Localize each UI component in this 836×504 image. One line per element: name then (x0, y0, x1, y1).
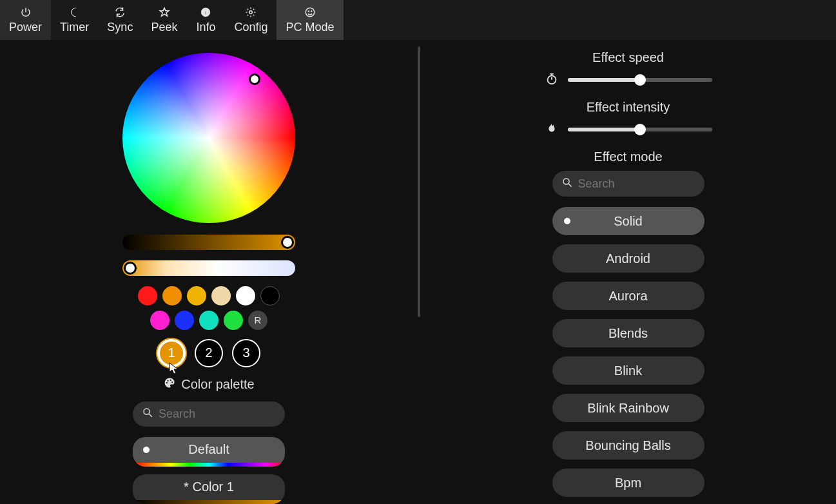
mode-search[interactable] (552, 171, 705, 197)
swatch-b-2[interactable] (199, 311, 219, 330)
left-panel: R 123 Color palette Default* Color 1 (0, 40, 418, 504)
mode-aurora[interactable]: Aurora (552, 282, 705, 310)
effect-mode-label: Effect mode (594, 150, 662, 164)
gear-icon (245, 6, 257, 18)
mode-blends[interactable]: Blends (552, 319, 705, 347)
star-icon (159, 6, 170, 18)
palette-search[interactable] (133, 402, 285, 427)
pcmode-label: PC Mode (286, 21, 334, 34)
mode-label: Blink Rainbow (587, 401, 669, 416)
mode-label: Blink (614, 363, 642, 378)
effect-intensity-label: Effect intensity (587, 100, 670, 115)
swatch-b-0[interactable] (150, 311, 170, 330)
power-label: Power (9, 21, 42, 34)
color-slot-3[interactable]: 3 (232, 339, 260, 367)
svg-point-4 (306, 8, 315, 17)
svg-point-9 (170, 379, 171, 380)
mode-label: Solid (614, 214, 642, 229)
swatch-2[interactable] (187, 286, 206, 305)
temperature-slider[interactable] (122, 260, 295, 276)
svg-point-10 (171, 382, 173, 383)
swatch-1[interactable] (162, 286, 182, 305)
stopwatch-icon (545, 72, 559, 88)
config-button[interactable]: Config (225, 0, 277, 40)
power-button[interactable]: Power (0, 0, 51, 40)
swatch-b-3[interactable] (224, 311, 243, 330)
palette-search-input[interactable] (159, 407, 276, 421)
peek-label: Peek (151, 21, 177, 34)
palette-header: Color palette (163, 376, 254, 393)
mode-blink-rainbow[interactable]: Blink Rainbow (552, 394, 705, 422)
color-slot-2[interactable]: 2 (195, 339, 223, 367)
info-button[interactable]: Info (186, 0, 225, 40)
palette-label: * Color 1 (184, 480, 234, 494)
info-icon (200, 6, 211, 18)
sync-button[interactable]: Sync (98, 0, 142, 40)
palette-list: Default* Color 1 (133, 437, 285, 504)
moon-icon (69, 6, 81, 18)
intensity-knob[interactable] (634, 124, 646, 135)
mode-search-input[interactable] (578, 177, 695, 191)
search-icon (561, 177, 573, 191)
effect-speed-row (545, 72, 712, 88)
swatch-row-top (138, 286, 280, 305)
mode-label: Bouncing Balls (585, 438, 670, 453)
slot-row: 123 (157, 339, 260, 367)
timer-label: Timer (60, 21, 89, 34)
selected-dot (564, 218, 570, 224)
swatch-3[interactable] (211, 286, 231, 305)
sync-label: Sync (107, 21, 133, 34)
palette-header-label: Color palette (181, 377, 254, 392)
speed-fill (568, 78, 640, 82)
svg-rect-1 (206, 11, 207, 14)
swatch-0[interactable] (138, 286, 157, 305)
color-wheel[interactable] (122, 53, 295, 223)
brightness-slider[interactable] (122, 235, 295, 250)
palette-bar (133, 500, 285, 504)
pcmode-button[interactable]: PC Mode (277, 0, 343, 40)
swatch-row-bottom: R (150, 311, 267, 330)
svg-line-12 (149, 414, 152, 418)
mode-bouncing-balls[interactable]: Bouncing Balls (552, 431, 705, 460)
mode-blink[interactable]: Blink (552, 356, 705, 385)
swatch-5[interactable] (260, 286, 280, 305)
color-slot-1[interactable]: 1 (157, 339, 186, 367)
swatch-reset[interactable]: R (248, 311, 267, 330)
effect-speed-label: Effect speed (592, 50, 664, 65)
palette-default[interactable]: Default (133, 437, 285, 467)
smile-icon (304, 6, 316, 18)
palette-label: Default (188, 442, 229, 457)
sync-icon (114, 6, 126, 18)
brightness-handle[interactable] (281, 236, 294, 249)
temperature-handle[interactable] (124, 262, 137, 275)
svg-point-7 (166, 382, 168, 383)
mode-bpm[interactable]: Bpm (552, 469, 705, 497)
effect-intensity-slider[interactable] (568, 128, 712, 131)
peek-button[interactable]: Peek (142, 0, 186, 40)
svg-rect-2 (206, 9, 207, 10)
speed-knob[interactable] (634, 74, 646, 86)
swatch-4[interactable] (236, 286, 255, 305)
svg-point-8 (168, 380, 169, 381)
right-panel: Effect speed Effect intensity Effect mod… (420, 40, 836, 504)
mode-label: Android (606, 251, 650, 266)
svg-point-17 (563, 179, 569, 184)
svg-point-5 (308, 10, 309, 12)
timer-button[interactable]: Timer (51, 0, 98, 40)
swatch-b-1[interactable] (175, 311, 194, 330)
mode-solid[interactable]: Solid (552, 207, 705, 235)
mode-label: Aurora (608, 289, 647, 304)
effect-speed-slider[interactable] (568, 78, 712, 82)
main: R 123 Color palette Default* Color 1 Eff… (0, 40, 836, 504)
power-icon (20, 6, 32, 18)
mode-list: SolidAndroidAuroraBlendsBlinkBlink Rainb… (552, 207, 705, 497)
palette-bar (133, 463, 285, 467)
selected-dot (143, 447, 150, 453)
svg-line-18 (569, 184, 572, 187)
swatch-rows: R (138, 286, 280, 330)
info-label: Info (196, 21, 215, 34)
mode-android[interactable]: Android (552, 244, 705, 273)
palette--color-1[interactable]: * Color 1 (133, 474, 285, 504)
color-wheel-handle[interactable] (249, 73, 260, 85)
palette-icon (163, 376, 176, 393)
